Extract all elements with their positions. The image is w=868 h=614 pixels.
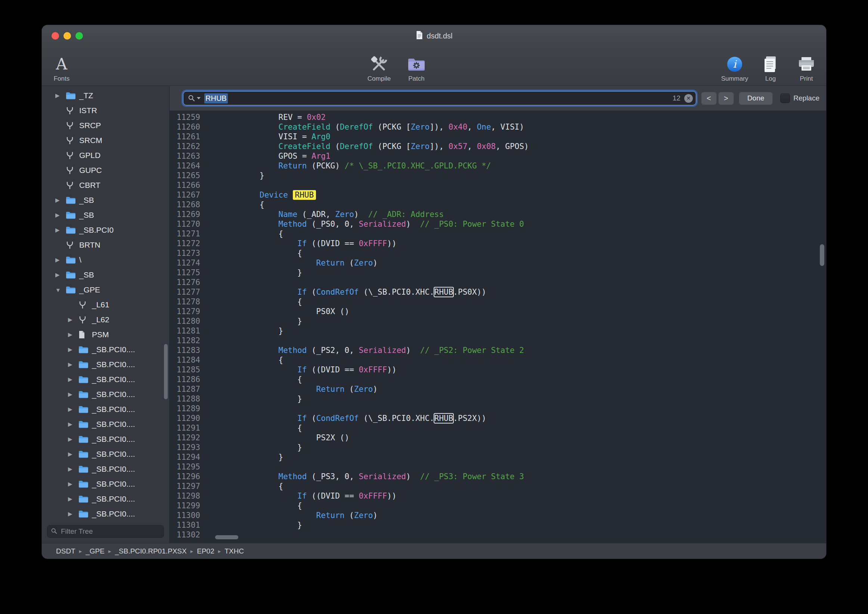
- sidebar-item-label: ISTR: [79, 106, 97, 115]
- disclosure-triangle-icon[interactable]: ▶: [55, 212, 66, 219]
- replace-toggle[interactable]: Replace: [780, 93, 820, 103]
- method-icon: [66, 241, 79, 249]
- sidebar-item-istr[interactable]: ISTR: [42, 103, 169, 118]
- disclosure-triangle-icon[interactable]: ▶: [68, 436, 78, 443]
- sidebar-item-l61[interactable]: _L61: [42, 297, 169, 312]
- print-icon: [798, 54, 815, 74]
- sidebar-item-brtn[interactable]: BRTN: [42, 237, 169, 253]
- sidebar-item-gpld[interactable]: GPLD: [42, 148, 169, 163]
- sidebar-item-sb-pci0[interactable]: ▶_SB.PCI0....: [42, 462, 169, 476]
- sidebar-item-srcm[interactable]: SRCM: [42, 133, 169, 148]
- sidebar-item-sb-pci0[interactable]: ▶_SB.PCI0: [42, 223, 169, 237]
- find-previous-button[interactable]: <: [701, 92, 717, 105]
- sidebar-item-gpe[interactable]: ▼_GPE: [42, 282, 169, 297]
- sidebar-item-sb-pci0[interactable]: ▶_SB.PCI0....: [42, 387, 169, 402]
- compile-button[interactable]: Compile: [363, 47, 395, 85]
- disclosure-triangle-icon[interactable]: ▶: [68, 406, 78, 413]
- code-editor[interactable]: 11259REV = 0x0211260CreateField (DerefOf…: [170, 110, 826, 543]
- sidebar-item-root[interactable]: ▶\: [42, 253, 169, 267]
- minimize-window-button[interactable]: [64, 32, 71, 40]
- disclosure-triangle-icon[interactable]: ▶: [68, 466, 78, 473]
- line-number: 11267: [170, 190, 207, 200]
- sidebar-item-sb-pci0[interactable]: ▶_SB.PCI0....: [42, 492, 169, 507]
- done-button[interactable]: Done: [739, 92, 773, 105]
- close-window-button[interactable]: [51, 32, 59, 40]
- disclosure-triangle-icon[interactable]: ▶: [68, 481, 78, 487]
- sidebar-item-label: PSM: [92, 330, 109, 339]
- disclosure-triangle-icon[interactable]: ▶: [68, 346, 78, 353]
- code-line: 11292PS2X (): [170, 433, 826, 443]
- code-line: 11290If (CondRefOf (\_SB.PCI0.XHC.RHUB.P…: [170, 414, 826, 423]
- sidebar-item-label: _SB.PCI0....: [92, 495, 135, 504]
- search-field[interactable]: RHUB 12: [183, 91, 696, 105]
- sidebar-scrollbar-thumb[interactable]: [164, 344, 168, 399]
- sidebar-item-gupc[interactable]: GUPC: [42, 163, 169, 178]
- breadcrumb-item[interactable]: TXHC: [225, 547, 244, 555]
- print-button[interactable]: Print: [790, 47, 822, 85]
- sidebar-item-sb[interactable]: ▶_SB: [42, 267, 169, 282]
- sidebar-item-tz[interactable]: ▶_TZ: [42, 88, 169, 103]
- folder-icon: [66, 286, 79, 294]
- disclosure-triangle-icon[interactable]: ▼: [55, 287, 66, 293]
- sidebar-item-cbrt[interactable]: CBRT: [42, 178, 169, 193]
- disclosure-triangle-icon[interactable]: ▶: [68, 496, 78, 502]
- code-line: 11270Method (_PS0, 0, Serialized) // _PS…: [170, 219, 826, 229]
- method-icon: [66, 151, 79, 160]
- sidebar-item-label: _TZ: [79, 91, 93, 100]
- disclosure-triangle-icon[interactable]: ▶: [68, 376, 78, 383]
- disclosure-triangle-icon[interactable]: ▶: [68, 421, 78, 428]
- breadcrumb-item[interactable]: _SB.PCI0.RP01.PXSX: [115, 547, 187, 555]
- editor-vertical-scrollbar-thumb[interactable]: [820, 244, 824, 266]
- filter-tree-input[interactable]: [47, 525, 164, 538]
- breadcrumb-item[interactable]: _GPE: [85, 547, 105, 555]
- fonts-button[interactable]: A Fonts: [46, 47, 78, 85]
- patch-button[interactable]: Patch: [400, 47, 432, 85]
- log-icon: [763, 54, 778, 74]
- disclosure-triangle-icon[interactable]: ▶: [55, 197, 66, 203]
- search-menu-icon[interactable]: [188, 95, 201, 102]
- sidebar-item-srcp[interactable]: SRCP: [42, 118, 169, 133]
- sidebar-item-sb-pci0[interactable]: ▶_SB.PCI0....: [42, 432, 169, 447]
- disclosure-triangle-icon[interactable]: ▶: [68, 391, 78, 398]
- breadcrumb-item[interactable]: EP02: [197, 547, 214, 555]
- code-line: 11300Return (Zero): [170, 510, 826, 520]
- summary-label: Summary: [721, 75, 749, 82]
- line-number: 11271: [170, 229, 207, 239]
- sidebar-item-sb[interactable]: ▶_SB: [42, 208, 169, 223]
- line-number: 11298: [170, 491, 207, 501]
- sidebar-item-sb-pci0[interactable]: ▶_SB.PCI0....: [42, 417, 169, 432]
- sidebar-item-sb-pci0[interactable]: ▶_SB.PCI0....: [42, 372, 169, 387]
- sidebar-item-sb-pci0[interactable]: ▶_SB.PCI0....: [42, 357, 169, 372]
- editor-horizontal-scrollbar-thumb[interactable]: [215, 535, 238, 539]
- disclosure-triangle-icon[interactable]: ▶: [55, 271, 66, 278]
- disclosure-triangle-icon[interactable]: ▶: [55, 257, 66, 263]
- sidebar-item-label: _SB.PCI0....: [92, 345, 135, 354]
- summary-button[interactable]: i Summary: [719, 47, 751, 85]
- disclosure-triangle-icon[interactable]: ▶: [68, 316, 78, 323]
- sidebar-item-sb-pci0[interactable]: ▶_SB.PCI0....: [42, 447, 169, 462]
- sidebar-item-sb[interactable]: ▶_SB: [42, 193, 169, 208]
- search-match: RHUB: [434, 288, 453, 296]
- disclosure-triangle-icon[interactable]: ▶: [68, 510, 78, 517]
- disclosure-triangle-icon[interactable]: ▶: [55, 227, 66, 233]
- replace-checkbox[interactable]: [780, 93, 790, 103]
- sidebar-item-psm[interactable]: ▶PSM: [42, 327, 169, 342]
- breadcrumb-item[interactable]: DSDT: [56, 547, 76, 555]
- sidebar-item-label: _L61: [92, 300, 109, 309]
- clear-search-icon[interactable]: [684, 94, 693, 103]
- find-next-button[interactable]: >: [718, 92, 734, 105]
- disclosure-triangle-icon[interactable]: ▶: [55, 92, 66, 99]
- sidebar-item-l62[interactable]: ▶_L62: [42, 312, 169, 327]
- zoom-window-button[interactable]: [76, 32, 83, 40]
- folder-icon: [78, 480, 92, 488]
- sidebar-item-sb-pci0[interactable]: ▶_SB.PCI0....: [42, 507, 169, 521]
- line-number: 11291: [170, 423, 207, 433]
- disclosure-triangle-icon[interactable]: ▶: [68, 331, 78, 338]
- log-button[interactable]: Log: [755, 47, 787, 85]
- sidebar-item-sb-pci0[interactable]: ▶_SB.PCI0....: [42, 476, 169, 492]
- breadcrumb: DSDT▸_GPE▸_SB.PCI0.RP01.PXSX▸EP02▸TXHC: [56, 547, 244, 555]
- disclosure-triangle-icon[interactable]: ▶: [68, 361, 78, 368]
- sidebar-item-sb-pci0[interactable]: ▶_SB.PCI0....: [42, 342, 169, 357]
- sidebar-item-sb-pci0[interactable]: ▶_SB.PCI0....: [42, 402, 169, 417]
- disclosure-triangle-icon[interactable]: ▶: [68, 451, 78, 457]
